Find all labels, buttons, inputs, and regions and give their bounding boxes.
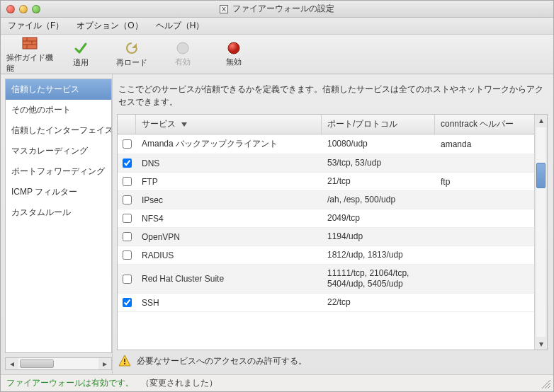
reload-button[interactable]: 再ロード xyxy=(107,38,157,70)
apply-button[interactable]: 適用 xyxy=(56,38,106,70)
enable-button: 有効 xyxy=(158,39,208,69)
cell-conntrack xyxy=(435,228,534,246)
table-row[interactable]: FTP21/tcpftp xyxy=(118,173,534,191)
circle-icon xyxy=(176,41,190,55)
sidebar-item[interactable]: その他のポート xyxy=(6,100,111,120)
cell-service: DNS xyxy=(136,154,322,172)
sidebar-item[interactable]: ポートフォワーディング xyxy=(6,161,111,182)
content-area: 信頼したサービスその他のポート信頼したインターフェイスマスカレーディングポートフ… xyxy=(1,74,553,374)
scroll-right-icon[interactable]: ▸ xyxy=(98,358,111,369)
status-modified: （変更されました） xyxy=(141,377,217,389)
cell-service: FTP xyxy=(136,173,322,190)
service-checkbox[interactable] xyxy=(123,214,132,223)
table-row[interactable]: NFS42049/tcp xyxy=(118,209,534,228)
column-conntrack[interactable]: conntrack ヘルパー xyxy=(435,115,534,134)
table-row[interactable]: RADIUS1812/udp, 1813/udp xyxy=(118,246,534,265)
statusbar: ファイアーウォールは有効です。 （変更されました） xyxy=(1,374,553,391)
cell-port: 21/tcp xyxy=(322,173,435,190)
wizard-label: 操作ガイド機能 xyxy=(6,52,53,74)
status-enabled: ファイアーウォールは有効です。 xyxy=(6,377,134,389)
cell-port: 10080/udp xyxy=(322,134,435,154)
table-row[interactable]: Red Hat Cluster Suite11111/tcp, 21064/tc… xyxy=(118,265,534,294)
services-table: サービス ポート/プロトコル conntrack ヘルパー Amanda バッ xyxy=(118,115,534,350)
main-panel: ここでどのサービスが信頼できるかを定義できます。信頼したサービスは全てのホストや… xyxy=(113,74,553,374)
cell-port: 1194/udp xyxy=(322,228,435,246)
resize-grip-icon[interactable] xyxy=(542,380,550,388)
checkmark-icon xyxy=(73,40,89,56)
warning-icon xyxy=(118,354,131,367)
table-row[interactable]: DNS53/tcp, 53/udp xyxy=(118,154,534,173)
service-checkbox[interactable] xyxy=(123,250,132,260)
disable-button[interactable]: 無効 xyxy=(209,39,259,69)
service-checkbox[interactable] xyxy=(123,298,132,307)
service-checkbox[interactable] xyxy=(123,177,132,186)
sidebar-hscrollbar[interactable]: ◂ ▸ xyxy=(5,357,112,370)
service-checkbox[interactable] xyxy=(123,275,132,284)
svg-point-6 xyxy=(177,42,188,54)
hint-text: 必要なサービスへのアクセスのみ許可する。 xyxy=(137,355,307,367)
cell-service: RADIUS xyxy=(136,246,322,264)
cell-conntrack xyxy=(435,209,534,227)
sidebar-item[interactable]: マスカレーディング xyxy=(6,141,111,161)
cell-port: 2049/tcp xyxy=(322,209,435,227)
reload-icon xyxy=(124,40,140,56)
cell-conntrack xyxy=(435,154,534,172)
cell-service: SSH xyxy=(136,294,322,311)
close-button[interactable] xyxy=(6,5,15,13)
menu-file[interactable]: ファイル（F） xyxy=(8,20,64,32)
cell-conntrack xyxy=(435,265,534,293)
toolbar: 操作ガイド機能 適用 再ロード 有効 無効 xyxy=(1,35,553,74)
apply-label: 適用 xyxy=(73,57,89,68)
svg-rect-9 xyxy=(124,363,125,364)
x11-icon: X xyxy=(220,5,228,13)
hscroll-thumb[interactable] xyxy=(20,359,54,368)
table-row[interactable]: SSH22/tcp xyxy=(118,294,534,312)
vscroll-track[interactable] xyxy=(536,127,545,337)
cell-service: OpenVPN xyxy=(136,228,322,246)
column-checkbox[interactable] xyxy=(118,115,136,134)
service-checkbox[interactable] xyxy=(123,195,132,204)
wizard-button[interactable]: 操作ガイド機能 xyxy=(5,33,55,76)
column-port[interactable]: ポート/プロトコル xyxy=(322,115,435,134)
scroll-down-icon[interactable]: ▾ xyxy=(535,338,547,350)
cell-port: 11111/tcp, 21064/tcp, 5404/udp, 5405/udp xyxy=(322,265,435,293)
service-checkbox[interactable] xyxy=(123,232,132,241)
zoom-button[interactable] xyxy=(32,5,40,13)
cell-conntrack xyxy=(435,191,534,209)
vscroll-thumb[interactable] xyxy=(536,163,545,188)
brick-wall-icon xyxy=(22,35,38,51)
cell-service: Amanda バックアップクライアント xyxy=(136,134,322,154)
cell-conntrack xyxy=(435,246,534,264)
scroll-left-icon[interactable]: ◂ xyxy=(6,358,18,369)
table-body: Amanda バックアップクライアント10080/udpamandaDNS53/… xyxy=(118,134,534,350)
cell-conntrack: ftp xyxy=(435,173,534,190)
svg-rect-0 xyxy=(23,38,37,49)
scroll-up-icon[interactable]: ▴ xyxy=(535,115,547,126)
service-checkbox[interactable] xyxy=(123,139,132,149)
sort-descending-icon xyxy=(181,122,187,127)
sidebar-item[interactable]: 信頼したインターフェイス xyxy=(6,120,111,141)
menu-help[interactable]: ヘルプ（H） xyxy=(156,20,205,32)
sidebar-list[interactable]: 信頼したサービスその他のポート信頼したインターフェイスマスカレーディングポートフ… xyxy=(5,79,112,353)
titlebar: X ファイアーウォールの設定 xyxy=(1,1,553,18)
window-title: ファイアーウォールの設定 xyxy=(232,3,334,15)
hscroll-track[interactable] xyxy=(18,358,98,369)
cell-service: NFS4 xyxy=(136,209,322,227)
sidebar-item[interactable]: 信頼したサービス xyxy=(6,79,111,100)
minimize-button[interactable] xyxy=(19,5,28,13)
svg-point-7 xyxy=(228,42,239,54)
circle-red-icon xyxy=(227,41,241,55)
table-row[interactable]: Amanda バックアップクライアント10080/udpamanda xyxy=(118,134,534,154)
table-row[interactable]: IPsec/ah, /esp, 500/udp xyxy=(118,191,534,209)
table-vscrollbar[interactable]: ▴ ▾ xyxy=(534,115,547,350)
column-service[interactable]: サービス xyxy=(136,115,322,134)
window: X ファイアーウォールの設定 ファイル（F） オプション（O） ヘルプ（H） 操… xyxy=(0,0,554,392)
sidebar-item[interactable]: ICMP フィルター xyxy=(6,182,111,202)
hint-row: 必要なサービスへのアクセスのみ許可する。 xyxy=(117,350,548,369)
sidebar-item[interactable]: カスタムルール xyxy=(6,202,111,223)
service-checkbox[interactable] xyxy=(123,158,132,168)
menu-options[interactable]: オプション（O） xyxy=(77,20,142,32)
panel-description: ここでどのサービスが信頼できるかを定義できます。信頼したサービスは全てのホストや… xyxy=(117,80,548,114)
enable-label: 有効 xyxy=(175,57,191,67)
table-row[interactable]: OpenVPN1194/udp xyxy=(118,228,534,246)
